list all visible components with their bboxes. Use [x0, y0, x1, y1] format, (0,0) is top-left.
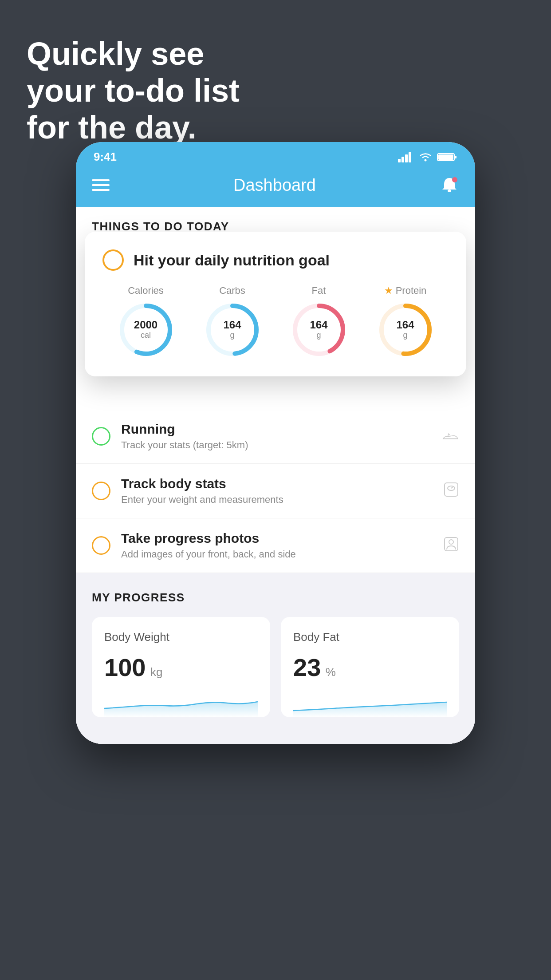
body-fat-title: Body Fat	[293, 630, 447, 644]
body-weight-chart	[104, 691, 258, 717]
hamburger-menu[interactable]	[92, 179, 110, 191]
protein-label: Protein	[396, 285, 427, 296]
svg-line-20	[451, 487, 453, 488]
wifi-icon	[418, 152, 433, 162]
hero-text: Quickly see your to-do list for the day.	[27, 36, 240, 146]
todo-item-running[interactable]: Running Track your stats (target: 5km)	[76, 409, 475, 464]
phone-screen: 9:41	[76, 142, 475, 744]
body-stats-title: Track body stats	[121, 476, 283, 491]
protein-label-row: ★ Protein	[384, 285, 427, 296]
todo-item-photos[interactable]: Take progress photos Add images of your …	[76, 518, 475, 573]
body-fat-value: 23	[293, 653, 321, 681]
body-weight-value-row: 100 kg	[104, 653, 258, 682]
svg-rect-3	[409, 152, 411, 162]
protein-value: 164	[396, 319, 414, 331]
nutrition-card-title: Hit your daily nutrition goal	[134, 252, 330, 269]
card-spacer: Hit your daily nutrition goal Calories	[76, 241, 475, 383]
svg-rect-0	[398, 159, 401, 162]
nutrition-grid: Calories 2000 cal	[102, 285, 449, 359]
notification-bell-icon[interactable]	[440, 175, 459, 195]
svg-rect-2	[405, 154, 408, 162]
body-stats-circle	[92, 482, 110, 500]
photos-text: Take progress photos Add images of your …	[121, 531, 296, 560]
calories-value: 2000	[134, 319, 157, 331]
progress-grid: Body Weight 100 kg	[92, 617, 459, 717]
carbs-item: Carbs 164 g	[204, 285, 261, 359]
progress-title: MY PROGRESS	[92, 591, 459, 605]
calories-ring: 2000 cal	[117, 301, 175, 359]
phone-content: THINGS TO DO TODAY Hit your daily nutrit…	[76, 207, 475, 744]
shoe-icon	[441, 428, 459, 445]
carbs-ring: 164 g	[204, 301, 261, 359]
svg-rect-7	[438, 154, 453, 160]
status-icons	[398, 152, 457, 162]
photos-title: Take progress photos	[121, 531, 296, 546]
svg-point-4	[425, 159, 427, 161]
svg-rect-18	[445, 483, 458, 496]
body-fat-chart	[293, 691, 447, 717]
body-stats-text: Track body stats Enter your weight and m…	[121, 476, 283, 506]
body-fat-unit: %	[326, 665, 336, 679]
svg-rect-8	[448, 190, 451, 192]
running-circle	[92, 427, 110, 446]
running-subtitle: Track your stats (target: 5km)	[121, 439, 248, 451]
todo-item-body-stats[interactable]: Track body stats Enter your weight and m…	[76, 464, 475, 518]
svg-point-9	[452, 177, 457, 182]
todo-list: Running Track your stats (target: 5km)	[76, 409, 475, 573]
status-time: 9:41	[94, 150, 117, 164]
fat-label: Fat	[312, 285, 326, 296]
person-icon	[443, 536, 459, 555]
calories-label: Calories	[128, 285, 164, 296]
running-title: Running	[121, 422, 248, 437]
body-weight-title: Body Weight	[104, 630, 258, 644]
body-fat-card: Body Fat 23 %	[281, 617, 459, 717]
body-stats-subtitle: Enter your weight and measurements	[121, 494, 283, 506]
svg-point-22	[449, 540, 453, 544]
nutrition-check-circle[interactable]	[102, 249, 124, 271]
body-fat-value-row: 23 %	[293, 653, 447, 682]
fat-item: Fat 164 g	[290, 285, 348, 359]
fat-value: 164	[310, 319, 327, 331]
carbs-label: Carbs	[219, 285, 245, 296]
signal-icon	[398, 152, 414, 162]
scale-icon	[443, 482, 459, 501]
body-weight-card: Body Weight 100 kg	[92, 617, 270, 717]
svg-rect-6	[454, 156, 457, 158]
progress-section: MY PROGRESS Body Weight 100 kg	[76, 573, 475, 744]
calories-item: Calories 2000 cal	[117, 285, 175, 359]
status-bar: 9:41	[76, 142, 475, 168]
protein-ring: 164 g	[377, 301, 434, 359]
fat-unit: g	[310, 331, 327, 340]
svg-rect-1	[401, 157, 404, 162]
body-weight-value: 100	[104, 653, 146, 681]
carbs-value: 164	[223, 319, 241, 331]
photos-circle	[92, 536, 110, 555]
phone-mockup: 9:41	[76, 142, 475, 744]
body-weight-unit: kg	[150, 665, 162, 679]
nutrition-card: Hit your daily nutrition goal Calories	[85, 232, 466, 376]
protein-item: ★ Protein 164	[377, 285, 434, 359]
running-text: Running Track your stats (target: 5km)	[121, 422, 248, 451]
protein-unit: g	[396, 331, 414, 340]
photos-subtitle: Add images of your front, back, and side	[121, 549, 296, 560]
star-icon: ★	[384, 285, 393, 296]
nav-title: Dashboard	[233, 176, 316, 195]
calories-unit: cal	[134, 331, 157, 340]
fat-ring: 164 g	[290, 301, 348, 359]
carbs-unit: g	[223, 331, 241, 340]
battery-icon	[437, 152, 457, 162]
nav-bar: Dashboard	[76, 168, 475, 207]
